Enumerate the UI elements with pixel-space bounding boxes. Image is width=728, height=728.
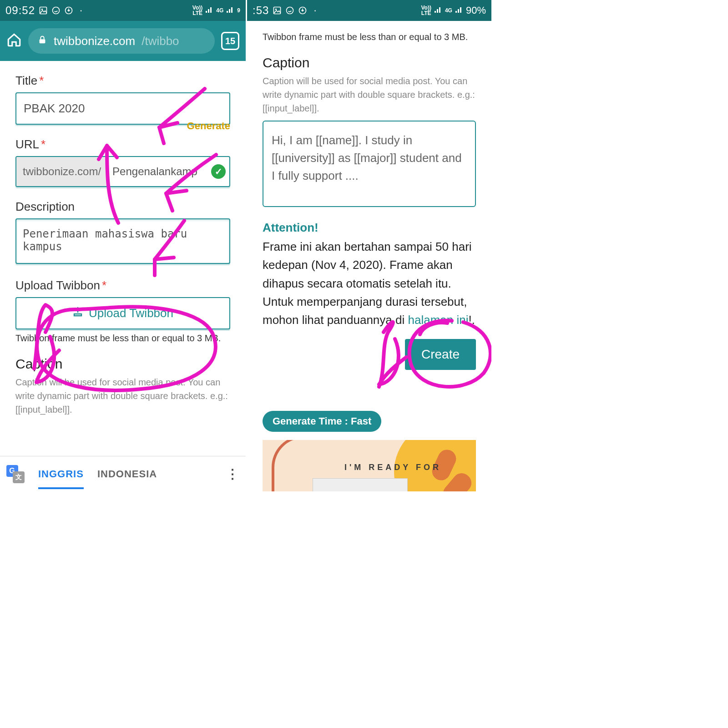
description-label: Description — [15, 200, 230, 214]
banner-text: I'M READY FOR — [344, 463, 441, 472]
clock: :53 — [253, 4, 269, 17]
whatsapp-icon — [51, 6, 61, 15]
caption-hint: Caption will be used for social media po… — [263, 74, 476, 115]
volte-indicator: Vo)) LTE — [421, 5, 431, 16]
caption-heading: Caption — [15, 356, 230, 372]
svg-point-1 — [41, 9, 43, 10]
download-icon — [64, 6, 73, 15]
attention-link[interactable]: halaman ini — [408, 313, 468, 327]
image-icon — [273, 6, 282, 15]
url-label: URL* — [15, 137, 230, 152]
status-dot: · — [80, 5, 82, 16]
signal-bars-icon — [455, 7, 463, 15]
svg-point-7 — [287, 7, 293, 14]
status-dot: · — [313, 5, 316, 16]
svg-point-6 — [275, 9, 277, 10]
volte-indicator: Vo)) LTE — [192, 5, 202, 16]
upload-size-hint: Twibbon frame must be less than or equal… — [15, 333, 230, 344]
generate-url-link[interactable]: Generate — [187, 120, 230, 132]
url-domain: twibbonize.com — [54, 34, 135, 48]
google-translate-icon[interactable]: G文 — [6, 465, 25, 483]
battery-text: 90% — [466, 5, 486, 16]
upload-size-hint: Twibbon frame must be less than or equal… — [263, 32, 476, 42]
signal-bars-icon — [434, 7, 442, 15]
right-screenshot: :53 · Vo)) LTE 4G 90% Twibbon frame must… — [246, 0, 491, 491]
upload-label: Upload Twibbon* — [15, 278, 230, 293]
create-button[interactable]: Create — [405, 339, 476, 370]
home-icon[interactable] — [6, 32, 22, 50]
url-input-group: twibbonize.com/ ✓ — [15, 156, 230, 187]
svg-point-2 — [53, 7, 60, 14]
url-prefix: twibbonize.com/ — [16, 157, 108, 186]
clock: 09:52 — [5, 4, 35, 17]
status-bar: :53 · Vo)) LTE 4G 90% — [247, 0, 491, 21]
download-icon — [298, 6, 307, 15]
form-content: Title* URL* Generate twibbonize.com/ ✓ D… — [0, 61, 246, 416]
browser-toolbar: twibbonize.com/twibbo 15 — [0, 21, 246, 61]
4g-indicator: 4G — [216, 8, 223, 13]
4g-indicator: 4G — [445, 8, 452, 13]
tab-switcher[interactable]: 15 — [221, 32, 239, 50]
attention-text: Frame ini akan bertahan sampai 50 hari k… — [263, 238, 476, 329]
language-tab-indonesia[interactable]: INDONESIA — [97, 468, 157, 480]
battery-partial: 9 — [237, 8, 240, 13]
image-icon — [39, 6, 48, 15]
whatsapp-icon — [285, 6, 294, 15]
title-label: Title* — [15, 74, 230, 88]
left-screenshot: 09:52 · Vo)) LTE 4G 9 — [0, 0, 246, 491]
generate-time-badge: Generate Time : Fast — [263, 411, 381, 432]
caption-heading: Caption — [263, 55, 476, 71]
lock-icon — [37, 34, 47, 48]
url-slug-input[interactable] — [108, 157, 209, 186]
upload-twibbon-button[interactable]: Upload Twibbon — [15, 297, 230, 329]
description-input[interactable] — [15, 218, 230, 264]
address-bar[interactable]: twibbonize.com/twibbo — [28, 28, 215, 54]
google-translate-bar: G文 INGGRIS INDONESIA ⋮ — [0, 456, 246, 491]
caption-hint: Caption will be used for social media po… — [15, 375, 230, 416]
more-options-icon[interactable]: ⋮ — [226, 466, 239, 481]
attention-heading: Attention! — [263, 221, 476, 235]
url-path: /twibbo — [142, 34, 179, 48]
signal-bars-icon — [205, 7, 213, 15]
svg-rect-4 — [40, 39, 46, 43]
upload-icon — [72, 306, 83, 320]
form-content: Twibbon frame must be less than or equal… — [247, 21, 491, 491]
url-valid-icon: ✓ — [211, 164, 226, 179]
signal-bars-icon — [226, 7, 234, 15]
caption-input[interactable]: Hi, I am [[name]]. I study in [[universi… — [263, 121, 476, 207]
status-bar: 09:52 · Vo)) LTE 4G 9 — [0, 0, 246, 21]
language-tab-english[interactable]: INGGRIS — [38, 468, 84, 480]
upload-button-label: Upload Twibbon — [89, 306, 173, 320]
twibbon-preview: I'M READY FOR — [263, 440, 476, 491]
